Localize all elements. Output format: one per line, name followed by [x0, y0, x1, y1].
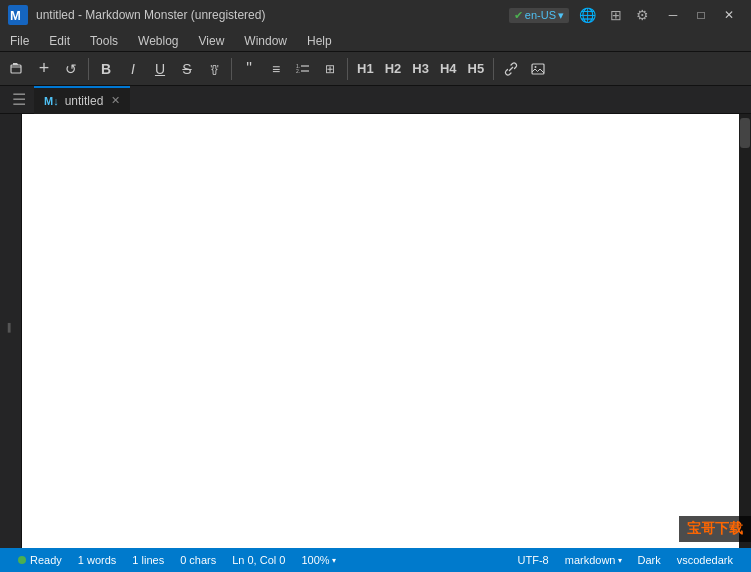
toolbar: + ↺ B I U S '{}' " ≡ 1. 2. ⊞ H1 H2 H3 H4…: [0, 52, 751, 86]
status-position: Ln 0, Col 0: [224, 548, 293, 572]
gear-button[interactable]: ⚙: [632, 5, 653, 25]
window-controls: ─ □ ✕: [659, 4, 743, 26]
toolbar-open-button[interactable]: [4, 56, 30, 82]
editor-area[interactable]: [22, 114, 739, 548]
tab-bar: ☰ M↓ untitled ✕: [0, 86, 751, 114]
tab-title: untitled: [65, 94, 104, 108]
maximize-button[interactable]: □: [687, 4, 715, 26]
language-dropdown-icon: ▾: [618, 556, 622, 565]
toolbar-reload-button[interactable]: ↺: [58, 56, 84, 82]
status-spellcheck: vscodedark: [669, 548, 741, 572]
menu-window[interactable]: Window: [234, 30, 297, 51]
svg-rect-3: [11, 65, 21, 73]
title-controls: ✔ en-US ▾ 🌐 ⊞ ⚙ ─ □ ✕: [509, 4, 743, 26]
theme-value: Dark: [638, 554, 661, 566]
status-lines: 1 lines: [124, 548, 172, 572]
toolbar-separator-1: [88, 58, 89, 80]
svg-text:↓: ↓: [16, 11, 21, 22]
globe-button[interactable]: 🌐: [575, 5, 600, 25]
toolbar-separator-4: [493, 58, 494, 80]
lang-text: en-US: [525, 9, 556, 21]
zoom-dropdown-icon: ▾: [332, 556, 336, 565]
language-value: markdown: [565, 554, 616, 566]
menu-help[interactable]: Help: [297, 30, 342, 51]
toolbar-table-button[interactable]: ⊞: [317, 56, 343, 82]
menu-file[interactable]: File: [0, 30, 39, 51]
left-sidebar: ▌: [0, 114, 22, 548]
tab-close-button[interactable]: ✕: [111, 94, 120, 107]
tab-markdown-icon: M↓: [44, 95, 59, 107]
status-chars: 0 chars: [172, 548, 224, 572]
toolbar-h1-button[interactable]: H1: [352, 56, 379, 82]
toolbar-image-button[interactable]: [525, 56, 551, 82]
editor-textarea[interactable]: [22, 114, 739, 548]
toolbar-separator-3: [347, 58, 348, 80]
toolbar-italic-button[interactable]: I: [120, 56, 146, 82]
toolbar-link-button[interactable]: [498, 56, 524, 82]
title-bar: M ↓ untitled - Markdown Monster (unregis…: [0, 0, 751, 30]
toolbar-code-button[interactable]: '{}': [201, 56, 227, 82]
status-language[interactable]: markdown ▾: [557, 548, 630, 572]
status-ready-label: Ready: [30, 554, 62, 566]
sidebar-outline-icon[interactable]: ▌: [2, 318, 20, 336]
toolbar-h4-button[interactable]: H4: [435, 56, 462, 82]
toolbar-separator-2: [231, 58, 232, 80]
svg-rect-8: [532, 64, 544, 74]
tab-untitled[interactable]: M↓ untitled ✕: [34, 86, 130, 114]
minimize-button[interactable]: ─: [659, 4, 687, 26]
close-button[interactable]: ✕: [715, 4, 743, 26]
toolbar-ol-button[interactable]: 1. 2.: [290, 56, 316, 82]
scrollbar-area: [739, 114, 751, 548]
menu-edit[interactable]: Edit: [39, 30, 80, 51]
status-encoding: UTF-8: [510, 548, 557, 572]
toolbar-new-button[interactable]: +: [31, 56, 57, 82]
svg-point-9: [535, 66, 537, 68]
lang-dropdown-icon: ▾: [558, 9, 564, 22]
watermark: 宝哥下载: [679, 516, 751, 542]
svg-text:2.: 2.: [296, 68, 300, 74]
menu-weblog[interactable]: Weblog: [128, 30, 188, 51]
layout-button[interactable]: ⊞: [606, 5, 626, 25]
toolbar-bold-button[interactable]: B: [93, 56, 119, 82]
status-words: 1 words: [70, 548, 125, 572]
sidebar-toggle-button[interactable]: ☰: [4, 90, 34, 109]
toolbar-underline-button[interactable]: U: [147, 56, 173, 82]
app-icon: M ↓: [8, 5, 28, 25]
toolbar-strikethrough-button[interactable]: S: [174, 56, 200, 82]
toolbar-h3-button[interactable]: H3: [407, 56, 434, 82]
toolbar-blockquote-button[interactable]: ": [236, 56, 262, 82]
toolbar-ul-button[interactable]: ≡: [263, 56, 289, 82]
menu-bar: File Edit Tools Weblog View Window Help: [0, 30, 751, 52]
menu-view[interactable]: View: [189, 30, 235, 51]
status-theme[interactable]: Dark: [630, 548, 669, 572]
menu-tools[interactable]: Tools: [80, 30, 128, 51]
toolbar-h2-button[interactable]: H2: [380, 56, 407, 82]
status-bar: Ready 1 words 1 lines 0 chars Ln 0, Col …: [0, 548, 751, 572]
status-zoom[interactable]: 100% ▾: [293, 548, 343, 572]
language-badge[interactable]: ✔ en-US ▾: [509, 8, 569, 23]
status-ready: Ready: [10, 548, 70, 572]
status-dot-icon: [18, 556, 26, 564]
check-icon: ✔: [514, 9, 523, 22]
window-title: untitled - Markdown Monster (unregistere…: [36, 8, 501, 22]
zoom-value: 100%: [301, 554, 329, 566]
main-area: ▌: [0, 114, 751, 548]
toolbar-h5-button[interactable]: H5: [463, 56, 490, 82]
